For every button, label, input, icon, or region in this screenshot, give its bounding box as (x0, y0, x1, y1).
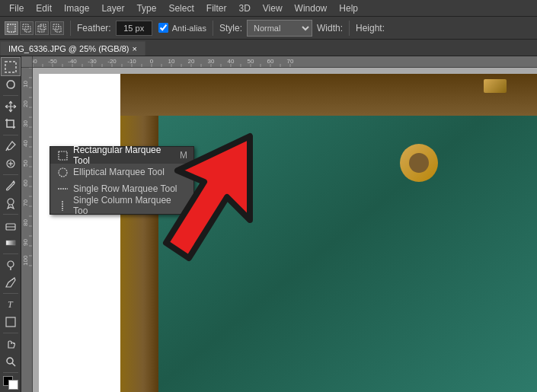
menu-select[interactable]: Select (162, 2, 200, 15)
tool-lasso[interactable] (2, 75, 20, 93)
ruler-h-canvas (33, 56, 537, 68)
antialias-checkbox[interactable] (158, 23, 168, 33)
tool-sep5 (3, 253, 18, 254)
document-canvas[interactable] (33, 68, 537, 392)
tab-filename: IMG_6336.JPG @ 25% (RGB/8) (8, 44, 129, 53)
bag-teal-area (151, 74, 537, 392)
tool-sep2 (3, 135, 18, 135)
menu-filter[interactable]: Filter (200, 2, 233, 15)
menu-help[interactable]: Help (333, 2, 364, 15)
dropdown-item-rect-marquee[interactable]: Rectangular Marquee Tool M (50, 147, 193, 164)
ellipse-marquee-icon (56, 166, 69, 178)
tab-bar: IMG_6336.JPG @ 25% (RGB/8) × (0, 40, 537, 56)
intersect-selection-icon[interactable] (50, 21, 64, 35)
tool-pen[interactable] (2, 273, 20, 291)
svg-line-9 (6, 148, 8, 151)
tool-marquee[interactable] (2, 58, 20, 75)
tool-zoom[interactable] (2, 352, 20, 370)
tool-sep8 (3, 372, 18, 373)
tool-healing[interactable] (2, 155, 20, 172)
svg-point-22 (7, 358, 13, 364)
antialias-label: Anti-alias (157, 23, 206, 33)
tool-dodge[interactable] (2, 256, 20, 273)
svg-rect-7 (5, 62, 16, 72)
options-bar: Feather: Anti-alias Style: Normal Fixed … (0, 17, 537, 40)
sep2 (213, 21, 213, 36)
sep1 (70, 21, 71, 36)
tab-close[interactable]: × (133, 44, 137, 53)
new-selection-icon[interactable] (5, 21, 18, 35)
style-label: Style: (219, 23, 242, 33)
rect-marquee-icon (56, 149, 69, 161)
ruler-horizontal (33, 56, 537, 68)
ruler-vertical (21, 68, 33, 392)
canvas-area: Rectangular Marquee Tool M Elliptical Ma… (21, 56, 537, 392)
tool-brush[interactable] (2, 177, 20, 194)
foreground-background-colors[interactable] (2, 374, 20, 391)
background-color[interactable] (8, 380, 18, 390)
menu-edit[interactable]: Edit (30, 2, 58, 15)
tool-dropdown-menu: Rectangular Marquee Tool M Elliptical Ma… (50, 146, 194, 215)
bag-buckle-inner (409, 153, 429, 173)
svg-rect-24 (59, 151, 67, 160)
menu-bar: File Edit Image Layer Type Select Filter… (0, 0, 537, 17)
feather-input[interactable] (116, 21, 152, 36)
dropdown-item-shortcut: M (180, 150, 187, 161)
svg-line-8 (7, 84, 8, 87)
document-tab[interactable]: IMG_6336.JPG @ 25% (RGB/8) × (0, 41, 145, 56)
menu-type[interactable]: Type (130, 2, 162, 15)
dropdown-item-label: Elliptical Marquee Tool (73, 167, 165, 177)
bag-hardware (484, 79, 507, 93)
dropdown-item-single-col-marquee[interactable]: Single Column Marquee Too (50, 197, 193, 214)
new-sel-svg (7, 24, 16, 33)
dropdown-item-elliptical-marquee[interactable]: Elliptical Marquee Tool (50, 164, 193, 180)
tool-move[interactable] (2, 97, 20, 115)
sep3 (349, 21, 350, 36)
tool-clone[interactable] (2, 194, 20, 212)
tool-text[interactable]: T (2, 295, 20, 313)
tool-sep4 (3, 214, 18, 215)
dropdown-item-label: Single Column Marquee Too (73, 195, 183, 216)
svg-rect-0 (8, 24, 15, 32)
feather-label: Feather: (77, 23, 111, 33)
selection-mode-group (5, 21, 64, 35)
add-selection-icon[interactable] (20, 21, 34, 35)
svg-point-25 (59, 168, 67, 177)
single-row-marquee-icon (56, 183, 69, 195)
tool-eraser[interactable] (2, 216, 20, 234)
svg-rect-16 (6, 241, 15, 245)
menu-image[interactable]: Image (58, 2, 95, 15)
svg-point-13 (8, 199, 14, 205)
menu-window[interactable]: Window (289, 2, 334, 15)
menu-view[interactable]: View (257, 2, 289, 15)
ruler-v-canvas (21, 68, 33, 392)
bag-leather-edge (120, 74, 158, 392)
tool-hand[interactable] (2, 335, 20, 352)
menu-3d[interactable]: 3D (232, 2, 256, 15)
tool-sep1 (3, 95, 18, 96)
tool-gradient[interactable] (2, 234, 20, 251)
tool-eyedropper[interactable] (2, 137, 20, 155)
menu-file[interactable]: File (3, 2, 30, 15)
toolbox: T (0, 56, 21, 392)
svg-rect-3 (38, 26, 44, 32)
dropdown-item-label: Single Row Marquee Tool (73, 183, 177, 194)
svg-rect-21 (6, 317, 15, 327)
subtract-selection-icon[interactable] (35, 21, 49, 35)
tool-path[interactable] (2, 313, 20, 330)
single-col-marquee-icon (56, 199, 69, 212)
main-area: T (0, 56, 537, 392)
svg-text:T: T (8, 299, 14, 310)
bag-top-strap (120, 74, 537, 116)
tool-crop[interactable] (2, 115, 20, 132)
svg-line-23 (12, 363, 15, 366)
height-label: Height: (356, 23, 385, 33)
menu-layer[interactable]: Layer (95, 2, 130, 15)
width-label: Width: (317, 23, 343, 33)
tool-sep7 (3, 333, 18, 333)
tool-sep6 (3, 293, 18, 294)
dropdown-item-label: Rectangular Marquee Tool (73, 145, 175, 166)
tool-sep3 (3, 174, 18, 175)
style-select[interactable]: Normal Fixed Ratio Fixed Size (247, 20, 312, 37)
svg-point-17 (8, 261, 14, 267)
